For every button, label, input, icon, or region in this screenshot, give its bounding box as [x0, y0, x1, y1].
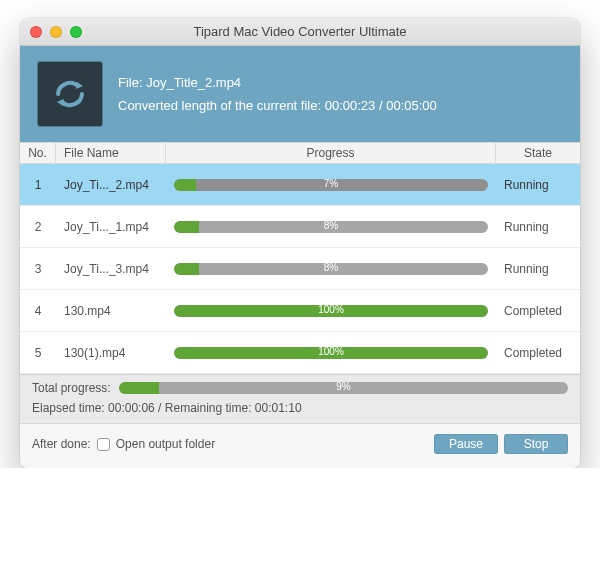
window-title: Tipard Mac Video Converter Ultimate [20, 24, 580, 39]
row-file-name: 130.mp4 [56, 304, 166, 318]
progress-bar: 8% [174, 221, 488, 233]
row-no: 5 [20, 346, 56, 360]
progress-text: 7% [174, 179, 488, 191]
remaining-time: 00:01:10 [255, 401, 302, 415]
convert-cycle-icon [38, 62, 102, 126]
row-state: Running [496, 178, 580, 192]
file-label: File: [118, 75, 143, 90]
length-total: 00:05:00 [386, 98, 437, 113]
row-file-name: Joy_Ti..._3.mp4 [56, 262, 166, 276]
row-progress: 100% [166, 347, 496, 359]
table-row[interactable]: 1Joy_Ti..._2.mp47%Running [20, 164, 580, 206]
open-output-checkbox[interactable] [97, 438, 110, 451]
row-file-name: Joy_Ti..._1.mp4 [56, 220, 166, 234]
row-state: Completed [496, 304, 580, 318]
progress-bar: 100% [174, 305, 488, 317]
col-no[interactable]: No. [20, 143, 56, 163]
progress-text: 100% [174, 305, 488, 317]
pause-button[interactable]: Pause [434, 434, 498, 454]
row-progress: 100% [166, 305, 496, 317]
app-window: Tipard Mac Video Converter Ultimate File… [20, 18, 580, 468]
current-file-info: File: Joy_Title_2.mp4 Converted length o… [118, 71, 437, 118]
row-no: 4 [20, 304, 56, 318]
length-elapsed: 00:00:23 [325, 98, 376, 113]
current-file-panel: File: Joy_Title_2.mp4 Converted length o… [20, 46, 580, 142]
progress-bar: 8% [174, 263, 488, 275]
open-output-label: Open output folder [116, 437, 215, 451]
row-state: Running [496, 220, 580, 234]
length-label: Converted length of the current file: [118, 98, 321, 113]
col-state[interactable]: State [496, 143, 580, 163]
progress-text: 100% [174, 347, 488, 359]
row-no: 3 [20, 262, 56, 276]
summary-panel: Total progress: 9% Elapsed time: 00:00:0… [20, 374, 580, 423]
footer: After done: Open output folder Pause Sto… [20, 423, 580, 468]
elapsed-time: 00:00:06 [108, 401, 155, 415]
after-done-label: After done: [32, 437, 91, 451]
table-header: No. File Name Progress State [20, 142, 580, 164]
progress-bar: 7% [174, 179, 488, 191]
progress-bar: 100% [174, 347, 488, 359]
row-state: Completed [496, 346, 580, 360]
row-no: 2 [20, 220, 56, 234]
row-state: Running [496, 262, 580, 276]
table-row[interactable]: 3Joy_Ti..._3.mp48%Running [20, 248, 580, 290]
row-progress: 7% [166, 179, 496, 191]
col-progress[interactable]: Progress [166, 143, 496, 163]
current-file-name: Joy_Title_2.mp4 [146, 75, 241, 90]
col-file-name[interactable]: File Name [56, 143, 166, 163]
total-progress-bar: 9% [119, 382, 568, 394]
table-row[interactable]: 4130.mp4100%Completed [20, 290, 580, 332]
progress-text: 8% [174, 221, 488, 233]
timing-line: Elapsed time: 00:00:06 / Remaining time:… [32, 401, 568, 415]
row-file-name: 130(1).mp4 [56, 346, 166, 360]
row-progress: 8% [166, 263, 496, 275]
table-row[interactable]: 5130(1).mp4100%Completed [20, 332, 580, 374]
table-row[interactable]: 2Joy_Ti..._1.mp48%Running [20, 206, 580, 248]
progress-text: 8% [174, 263, 488, 275]
total-progress-text: 9% [119, 382, 568, 394]
row-file-name: Joy_Ti..._2.mp4 [56, 178, 166, 192]
total-progress-label: Total progress: [32, 381, 111, 395]
row-progress: 8% [166, 221, 496, 233]
stop-button[interactable]: Stop [504, 434, 568, 454]
row-no: 1 [20, 178, 56, 192]
table-body: 1Joy_Ti..._2.mp47%Running2Joy_Ti..._1.mp… [20, 164, 580, 374]
titlebar: Tipard Mac Video Converter Ultimate [20, 18, 580, 46]
